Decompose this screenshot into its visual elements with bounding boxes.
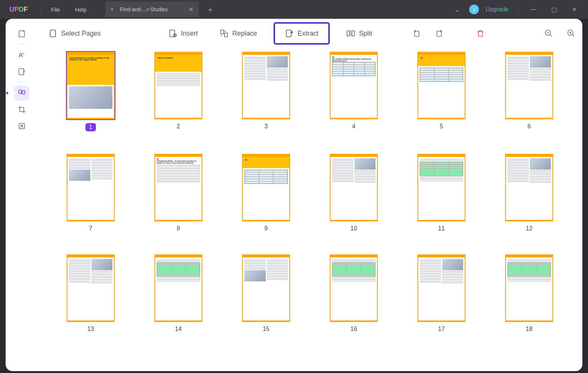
- page-number: 17: [438, 326, 445, 332]
- page-thumbnail[interactable]: 3: [235, 52, 297, 131]
- page-thumbnail[interactable]: 039: [235, 154, 297, 232]
- sidebar-reader-icon[interactable]: [14, 26, 29, 41]
- page-thumbnail[interactable]: 7: [60, 154, 121, 232]
- main-panel: Select Pages Insert Replace Extract Spli…: [37, 19, 582, 371]
- thumbnail-image: [417, 254, 465, 322]
- select-pages-button[interactable]: Select Pages: [43, 26, 106, 41]
- page-number: 1: [85, 123, 96, 131]
- page-thumbnail[interactable]: 14: [148, 254, 209, 332]
- minimize-button[interactable]: —: [525, 1, 542, 18]
- page-number: 3: [265, 123, 268, 130]
- thumbnail-image: [154, 254, 202, 322]
- page-thumbnail[interactable]: Table of Contents2: [148, 52, 209, 131]
- page-thumbnail[interactable]: 02The 10 Best Global Universities Leadin…: [323, 52, 385, 131]
- page-thumbnail[interactable]: 18: [498, 254, 560, 332]
- sidebar-separator: [18, 44, 25, 45]
- page-thumbnail[interactable]: 17: [411, 254, 472, 332]
- thumbnail-image: [242, 52, 290, 119]
- rotate-left-icon[interactable]: [411, 28, 422, 39]
- page-thumbnail[interactable]: Find and Apply For the Best Institutes I…: [60, 52, 121, 131]
- select-pages-label: Select Pages: [61, 30, 101, 38]
- thumbnail-image: [242, 254, 290, 322]
- page-thumbnail[interactable]: 15: [235, 254, 297, 332]
- page-number: 16: [350, 326, 357, 332]
- split-label: Split: [359, 30, 372, 38]
- page-thumbnail[interactable]: 04Scholarship Rules - An Overview and Ho…: [148, 154, 209, 232]
- sidebar-separator: [18, 82, 25, 83]
- thumbnail-image: 03: [242, 154, 290, 221]
- page-number: 18: [526, 326, 533, 332]
- delete-icon[interactable]: [475, 28, 486, 39]
- replace-button[interactable]: Replace: [214, 26, 262, 41]
- page-number: 12: [526, 225, 533, 232]
- svg-rect-2: [18, 90, 21, 93]
- app-workspace: Select Pages Insert Replace Extract Spli…: [6, 19, 582, 371]
- split-button[interactable]: Split: [341, 26, 377, 41]
- page-thumbnail[interactable]: 6: [498, 52, 560, 131]
- sidebar-crop-icon[interactable]: [14, 102, 29, 117]
- thumbnail-image: Table of Contents: [154, 52, 202, 119]
- page-thumbnail[interactable]: 035: [411, 52, 472, 131]
- extract-button[interactable]: Extract: [274, 22, 330, 45]
- sidebar: [6, 19, 37, 371]
- user-avatar[interactable]: J: [469, 5, 479, 14]
- page-number: 5: [440, 123, 443, 130]
- maximize-button[interactable]: ▢: [546, 1, 562, 18]
- toolbar: Select Pages Insert Replace Extract Spli…: [37, 19, 582, 48]
- svg-rect-10: [286, 30, 291, 37]
- page-thumbnail[interactable]: 10: [323, 154, 385, 232]
- thumbnail-image: [67, 254, 115, 322]
- insert-label: Insert: [181, 30, 198, 38]
- document-tab[interactable]: ▾ Find-and-...r-Studies ✕: [105, 2, 199, 17]
- thumbnail-image: 04Scholarship Rules - An Overview and Ho…: [154, 154, 202, 221]
- svg-rect-11: [347, 31, 350, 36]
- page-number: 6: [528, 123, 531, 130]
- page-number: 8: [177, 225, 180, 232]
- rotate-right-icon[interactable]: [434, 28, 445, 39]
- page-thumbnail[interactable]: 12: [498, 154, 560, 232]
- zoom-in-icon[interactable]: [566, 28, 577, 39]
- sidebar-comment-icon[interactable]: [14, 48, 29, 63]
- chevron-down-icon[interactable]: ⌄: [449, 1, 465, 18]
- svg-rect-12: [352, 31, 355, 36]
- svg-rect-9: [224, 33, 227, 37]
- thumbnail-image: [505, 154, 553, 221]
- page-number: 7: [89, 225, 93, 232]
- upgrade-button[interactable]: Upgrade: [483, 6, 512, 13]
- svg-rect-5: [50, 30, 55, 37]
- page-number: 4: [352, 123, 356, 130]
- sidebar-organize-icon[interactable]: [14, 86, 29, 101]
- close-window-button[interactable]: ✕: [566, 1, 582, 18]
- menu-file[interactable]: File: [43, 6, 67, 13]
- thumbnail-image: [330, 254, 378, 322]
- sidebar-watermark-icon[interactable]: [14, 119, 29, 134]
- thumbnail-image: [505, 52, 553, 119]
- tab-dropdown-icon[interactable]: ▾: [111, 7, 113, 12]
- sidebar-edit-icon[interactable]: [14, 64, 29, 79]
- svg-rect-3: [22, 91, 24, 94]
- thumbnail-image: [330, 154, 378, 221]
- close-icon[interactable]: ✕: [189, 6, 193, 13]
- replace-label: Replace: [232, 30, 257, 38]
- titlebar: UPDF File Help ▾ Find-and-...r-Studies ✕…: [0, 0, 588, 19]
- menu-help[interactable]: Help: [67, 6, 94, 13]
- page-thumbnail[interactable]: 11: [411, 154, 472, 232]
- thumbnail-image: [67, 154, 115, 221]
- insert-button[interactable]: Insert: [163, 26, 203, 41]
- page-number: 9: [265, 225, 268, 232]
- divider: [518, 6, 519, 13]
- thumbnail-image: Find and Apply For the Best Institutes I…: [67, 52, 115, 119]
- svg-rect-0: [19, 31, 24, 37]
- thumbnail-image: [417, 154, 465, 221]
- zoom-out-icon[interactable]: [543, 28, 554, 39]
- page-thumbnail[interactable]: 13: [60, 254, 121, 332]
- page-number: 14: [175, 326, 182, 332]
- page-thumbnails-grid: Find and Apply For the Best Institutes I…: [37, 48, 582, 371]
- page-number: 15: [263, 326, 269, 332]
- page-thumbnail[interactable]: 16: [323, 254, 385, 332]
- svg-rect-1: [19, 69, 24, 75]
- add-tab-button[interactable]: ＋: [199, 5, 221, 15]
- divider: [40, 6, 40, 13]
- app-logo: UPDF: [0, 6, 37, 14]
- extract-label: Extract: [298, 30, 319, 38]
